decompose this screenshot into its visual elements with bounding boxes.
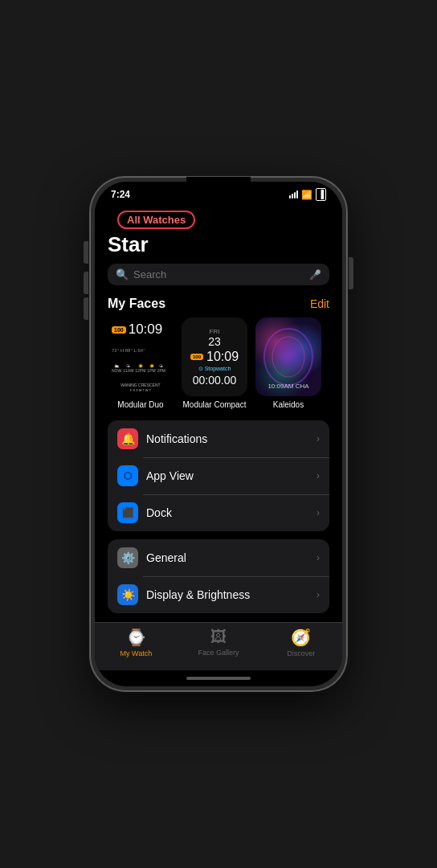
main-content: All Watches Star 🔍 🎤 My Faces Edit xyxy=(95,204,342,622)
my-watch-label: My Watch xyxy=(120,649,153,657)
general-icon: ⚙️ xyxy=(117,547,138,568)
face-gallery-icon: 🖼 xyxy=(210,628,227,646)
my-faces-header: My Faces Edit xyxy=(95,297,342,317)
dock-chevron: › xyxy=(317,507,320,518)
notifications-chevron: › xyxy=(317,433,320,444)
home-bar xyxy=(186,677,251,680)
general-chevron: › xyxy=(317,552,320,563)
menu-item-app-view[interactable]: ⬡ App View › xyxy=(108,457,329,494)
phone-frame: 7:24 📶 ▐ All Watches Star xyxy=(90,177,347,691)
app-view-chevron: › xyxy=(317,470,320,481)
menu-section-1: 🔔 Notifications › ⬡ App View › ⬛ Dock › xyxy=(108,420,329,531)
home-indicator xyxy=(95,670,342,686)
battery-icon: ▐ xyxy=(316,188,326,201)
status-time: 7:24 xyxy=(111,189,130,200)
face-label-kaleidoscope: Kaleidos xyxy=(273,400,304,409)
notifications-label: Notifications xyxy=(146,432,308,445)
search-icon: 🔍 xyxy=(116,268,129,280)
display-brightness-icon: ☀️ xyxy=(117,584,138,605)
display-brightness-chevron: › xyxy=(317,589,320,600)
my-faces-title: My Faces xyxy=(108,297,165,311)
stopwatch-label: ⊙ Stopwatch xyxy=(198,366,231,372)
menu-item-notifications[interactable]: 🔔 Notifications › xyxy=(108,420,329,457)
all-watches-button[interactable]: All Watches xyxy=(117,211,195,229)
face-badge: 100 xyxy=(112,326,126,334)
tab-my-watch[interactable]: ⌚ My Watch xyxy=(95,628,178,657)
notch xyxy=(186,177,251,191)
discover-icon: 🧭 xyxy=(291,628,311,647)
phone-screen: 7:24 📶 ▐ All Watches Star xyxy=(95,182,342,686)
tab-bar: ⌚ My Watch 🖼 Face Gallery 🧭 Discover xyxy=(95,622,342,670)
face-moon-phase: WANING CRESCENT F S S M T W T xyxy=(112,383,169,392)
notifications-icon: 🔔 xyxy=(117,428,138,449)
app-view-icon: ⬡ xyxy=(117,465,138,486)
edit-button[interactable]: Edit xyxy=(310,297,329,310)
discover-label: Discover xyxy=(287,649,315,657)
menu-item-display-brightness[interactable]: ☀️ Display & Brightness › xyxy=(108,576,329,613)
face-item-modular-duo[interactable]: 100 10:09 72° H:88° L:64° ⛅NOW 🌤11AM ☀️1… xyxy=(108,317,174,409)
menu-section-2: ⚙️ General › ☀️ Display & Brightness › xyxy=(108,539,329,613)
general-label: General xyxy=(146,551,308,564)
face-weather-icons: ⛅NOW 🌤11AM ☀️12PM ☀️1PM 🌤2PM xyxy=(112,363,169,373)
kaleido-time: 10:09AM CHA xyxy=(255,383,321,390)
compact-date: FRI 23 xyxy=(208,328,221,348)
menu-item-general[interactable]: ⚙️ General › xyxy=(108,539,329,576)
display-brightness-label: Display & Brightness xyxy=(146,588,308,601)
face-label-modular-duo: Modular Duo xyxy=(117,400,163,409)
microphone-icon[interactable]: 🎤 xyxy=(309,269,321,280)
face-gallery-label: Face Gallery xyxy=(198,649,239,657)
status-icons: 📶 ▐ xyxy=(289,188,326,201)
search-input[interactable] xyxy=(133,268,304,280)
compact-badge: 100 xyxy=(190,354,203,360)
face-weather: 72° H:88° L:64° xyxy=(112,348,169,353)
signal-icon xyxy=(289,190,298,199)
menu-item-dock[interactable]: ⬛ Dock › xyxy=(108,494,329,531)
dock-icon: ⬛ xyxy=(117,502,138,523)
face-preview-kaleidoscope: 10:09AM CHA xyxy=(255,317,321,396)
face-item-modular-compact[interactable]: FRI 23 100 10:09 ⊙ Stopwatch 00:00.00 xyxy=(182,317,247,409)
page-title: Star xyxy=(95,231,342,264)
face-item-kaleidoscope[interactable]: 10:09AM CHA Kaleidos xyxy=(255,317,321,409)
search-bar[interactable]: 🔍 🎤 xyxy=(108,264,329,285)
my-watch-icon: ⌚ xyxy=(126,628,146,647)
watch-faces-row: 100 10:09 72° H:88° L:64° ⛅NOW 🌤11AM ☀️1… xyxy=(95,317,342,420)
face-preview-modular-compact: FRI 23 100 10:09 ⊙ Stopwatch 00:00.00 xyxy=(182,317,247,396)
face-label-modular-compact: Modular Compact xyxy=(183,400,247,409)
stopwatch-time: 00:00.00 xyxy=(193,374,237,387)
dock-label: Dock xyxy=(146,506,308,519)
face-preview-modular-duo: 100 10:09 72° H:88° L:64° ⛅NOW 🌤11AM ☀️1… xyxy=(108,317,174,396)
tab-face-gallery[interactable]: 🖼 Face Gallery xyxy=(178,628,260,657)
wifi-icon: 📶 xyxy=(301,190,312,200)
app-view-label: App View xyxy=(146,469,308,482)
tab-discover[interactable]: 🧭 Discover xyxy=(259,628,342,657)
compact-time: 10:09 xyxy=(206,350,239,364)
